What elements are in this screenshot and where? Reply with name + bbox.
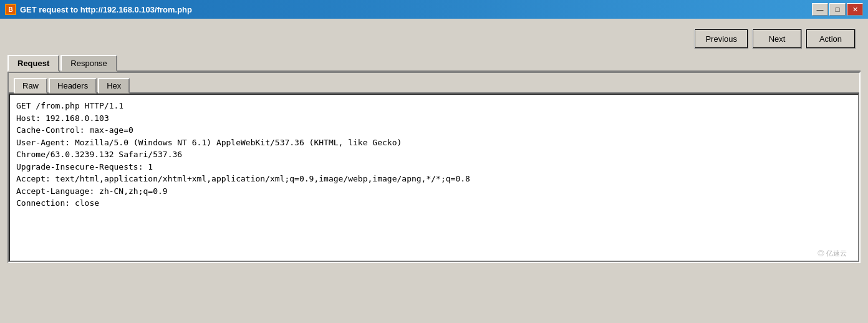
- minimize-button[interactable]: —: [812, 3, 828, 16]
- tab-response[interactable]: Response: [60, 55, 117, 72]
- subtab-headers[interactable]: Headers: [49, 78, 97, 94]
- window-controls: — □ ✕: [812, 3, 863, 16]
- window-body: Previous Next Action Request Response Ra…: [0, 19, 868, 263]
- next-button[interactable]: Next: [752, 29, 802, 49]
- watermark: ◎ 亿速云: [817, 249, 847, 258]
- maximize-button[interactable]: □: [829, 3, 846, 16]
- toolbar: Previous Next Action: [7, 24, 861, 54]
- previous-button[interactable]: Previous: [694, 29, 748, 49]
- primary-tab-container: Request Response: [7, 54, 861, 72]
- main-panel: Raw Headers Hex GET /from.php HTTP/1.1 H…: [7, 72, 861, 263]
- title-bar: B GET request to http://192.168.0.103/fr…: [0, 0, 868, 19]
- request-content[interactable]: GET /from.php HTTP/1.1 Host: 192.168.0.1…: [9, 94, 859, 262]
- sub-tab-container: Raw Headers Hex: [9, 73, 859, 94]
- subtab-hex[interactable]: Hex: [98, 78, 130, 94]
- close-button[interactable]: ✕: [847, 3, 863, 16]
- window-title: GET request to http://192.168.0.103/from…: [20, 5, 812, 14]
- action-button[interactable]: Action: [806, 29, 856, 49]
- app-icon: B: [5, 4, 16, 15]
- request-text: GET /from.php HTTP/1.1 Host: 192.168.0.1…: [16, 100, 852, 210]
- subtab-raw[interactable]: Raw: [14, 78, 47, 94]
- tab-request[interactable]: Request: [7, 55, 59, 72]
